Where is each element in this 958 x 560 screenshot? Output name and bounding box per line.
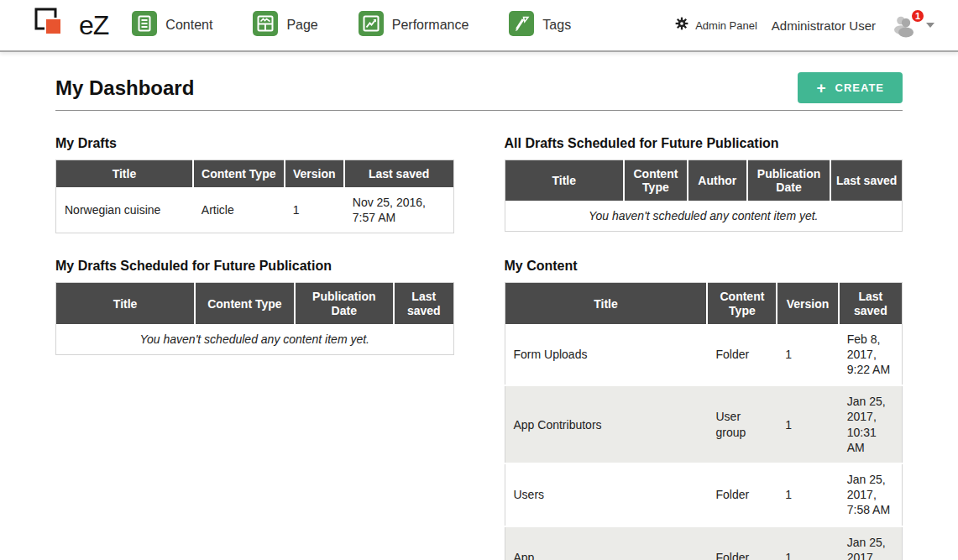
column-header: Last saved	[344, 160, 453, 188]
table-cell: 1	[777, 526, 838, 560]
section-title-my-drafts-scheduled: My Drafts Scheduled for Future Publicati…	[55, 259, 454, 274]
section-title-my-drafts: My Drafts	[55, 136, 454, 151]
table-cell: Folder	[707, 463, 777, 526]
table-cell: 1	[777, 324, 838, 386]
table-cell: 1	[777, 463, 838, 526]
column-header: Publication Date	[747, 160, 830, 201]
chevron-down-icon[interactable]	[926, 23, 934, 28]
column-header: Version	[777, 283, 838, 324]
empty-message: You haven't scheduled any content item y…	[56, 324, 454, 355]
empty-row: You haven't scheduled any content item y…	[505, 201, 903, 232]
column-header: Last saved	[394, 283, 453, 324]
table-cell: Jan 25, 2017, 10:31 AM	[839, 385, 903, 463]
empty-message: You haven't scheduled any content item y…	[505, 201, 903, 232]
table-header-row: TitleContent TypeAuthorPublication DateL…	[505, 160, 903, 201]
nav-item-content[interactable]: Content	[132, 11, 212, 39]
table-cell: Folder	[707, 324, 777, 386]
column-header: Content Type	[195, 283, 294, 324]
table-cell: Nov 25, 2016, 7:57 AM	[344, 187, 453, 233]
table-header-row: TitleContent TypeVersionLast saved	[56, 160, 454, 188]
nav-label-performance: Performance	[392, 18, 469, 33]
top-bar: eZ Content Page	[0, 0, 958, 52]
table-header-row: TitleContent TypePublication DateLast sa…	[56, 283, 454, 324]
section-title-all-drafts-scheduled: All Drafts Scheduled for Future Publicat…	[505, 136, 903, 151]
dashboard-main: My Dashboard + CREATE My Drafts TitleCon…	[0, 52, 958, 560]
dashboard-grid: My Drafts TitleContent TypeVersionLast s…	[55, 136, 903, 560]
tags-icon	[509, 11, 534, 39]
performance-icon	[359, 11, 384, 39]
table-cell: 1	[777, 385, 838, 463]
nav-item-page[interactable]: Page	[253, 11, 317, 39]
my-drafts-scheduled-table: TitleContent TypePublication DateLast sa…	[55, 282, 454, 354]
section-title-my-content: My Content	[505, 259, 903, 274]
table-cell: Users	[505, 463, 707, 526]
user-name: Administrator User	[772, 18, 876, 33]
notification-badge[interactable]: 1	[910, 8, 925, 24]
nav-label-content: Content	[165, 18, 212, 33]
table-header-row: TitleContent TypeVersionLast saved	[505, 283, 903, 324]
column-header: Author	[688, 160, 747, 201]
page-title: My Dashboard	[55, 76, 194, 100]
table-cell: App	[505, 526, 707, 560]
gear-icon	[675, 17, 688, 34]
content-icon	[132, 11, 157, 39]
avatar[interactable]: 1	[891, 13, 918, 38]
column-header: Version	[285, 160, 344, 188]
page-icon	[253, 11, 278, 39]
table-cell: Feb 8, 2017, 9:22 AM	[839, 324, 903, 386]
column-header: Title	[505, 283, 707, 324]
nav-label-tags: Tags	[542, 18, 571, 33]
my-content-table: TitleContent TypeVersionLast savedForm U…	[505, 282, 903, 560]
logo-text: eZ	[79, 10, 108, 41]
my-drafts-scheduled-table-container: TitleContent TypePublication DateLast sa…	[55, 282, 454, 354]
table-row[interactable]: UsersFolder1Jan 25, 2017, 7:58 AM	[505, 463, 903, 526]
table-row[interactable]: Norwegian cuisineArticle1Nov 25, 2016, 7…	[56, 187, 454, 233]
column-header: Last saved	[830, 160, 902, 201]
column-header: Content Type	[193, 160, 285, 188]
create-button[interactable]: + CREATE	[798, 72, 903, 103]
table-cell: Form Uploads	[505, 324, 707, 386]
column-header: Content Type	[624, 160, 688, 201]
create-button-label: CREATE	[835, 81, 884, 94]
column-header: Title	[56, 283, 196, 324]
user-menu[interactable]: Administrator User 1	[772, 13, 934, 38]
column-header: Publication Date	[295, 283, 394, 324]
all-drafts-scheduled-table: TitleContent TypeAuthorPublication DateL…	[505, 160, 903, 232]
table-cell: 1	[285, 187, 344, 233]
my-drafts-table: TitleContent TypeVersionLast savedNorweg…	[55, 160, 454, 233]
nav-item-performance[interactable]: Performance	[359, 11, 469, 39]
ez-logo[interactable]: eZ	[34, 5, 108, 45]
my-drafts-table-container: TitleContent TypeVersionLast savedNorweg…	[55, 160, 454, 233]
section-my-content: My Content TitleContent TypeVersionLast …	[505, 259, 903, 560]
table-row[interactable]: AppFolder1Jan 25, 2017, 7:55 AM	[505, 526, 903, 560]
nav-item-tags[interactable]: Tags	[509, 11, 571, 39]
table-cell: Article	[193, 187, 285, 233]
section-my-drafts-scheduled: My Drafts Scheduled for Future Publicati…	[55, 259, 454, 354]
column-header: Content Type	[707, 283, 777, 324]
column-header: Title	[505, 160, 624, 201]
title-divider	[55, 110, 903, 111]
column-header: Title	[56, 160, 193, 188]
ez-logo-icon	[34, 5, 76, 45]
nav-label-page: Page	[286, 18, 317, 33]
table-cell: App Contributors	[505, 385, 707, 463]
plus-icon: +	[816, 80, 826, 96]
empty-row: You haven't scheduled any content item y…	[56, 324, 454, 355]
table-row[interactable]: App ContributorsUser group1Jan 25, 2017,…	[505, 385, 903, 463]
table-cell: Jan 25, 2017, 7:55 AM	[839, 526, 903, 560]
table-cell: Norwegian cuisine	[56, 187, 193, 233]
my-content-table-container: TitleContent TypeVersionLast savedForm U…	[505, 282, 903, 560]
admin-panel-label: Admin Panel	[695, 19, 757, 32]
table-cell: User group	[707, 385, 777, 463]
section-all-drafts-scheduled: All Drafts Scheduled for Future Publicat…	[505, 136, 903, 232]
table-row[interactable]: Form UploadsFolder1Feb 8, 2017, 9:22 AM	[505, 324, 903, 386]
column-header: Last saved	[839, 283, 903, 324]
section-my-drafts: My Drafts TitleContent TypeVersionLast s…	[55, 136, 454, 233]
all-drafts-scheduled-table-container: TitleContent TypeAuthorPublication DateL…	[505, 160, 903, 232]
table-cell: Folder	[707, 526, 777, 560]
table-cell: Jan 25, 2017, 7:58 AM	[839, 463, 903, 526]
admin-panel-button[interactable]: Admin Panel	[675, 17, 757, 34]
